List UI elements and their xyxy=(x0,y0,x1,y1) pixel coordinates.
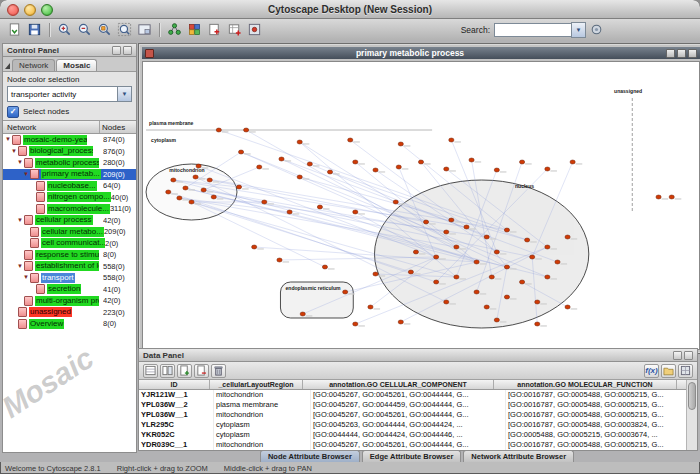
network-node[interactable] xyxy=(373,272,378,276)
tree-item[interactable]: cellular metabo...209(0) xyxy=(3,226,136,238)
network-node[interactable] xyxy=(565,305,570,309)
tab-network-attribute-browser[interactable]: Network Attribute Browser xyxy=(463,450,574,462)
expand-toggle-icon[interactable]: ▼ xyxy=(5,134,12,145)
search-dropdown-button[interactable]: ▼ xyxy=(571,22,586,38)
network-node[interactable] xyxy=(353,210,358,214)
tree-item[interactable]: Overview8(0) xyxy=(3,318,136,330)
tab-network[interactable]: Network xyxy=(12,59,55,71)
network-node[interactable] xyxy=(545,167,550,171)
network-node[interactable] xyxy=(287,210,292,214)
network-node[interactable] xyxy=(656,195,661,199)
network-node[interactable] xyxy=(474,290,479,294)
network-node[interactable] xyxy=(489,275,494,279)
table-row[interactable]: YDR039C__1mitochondrion[GO:0045267, GO:0… xyxy=(139,440,686,450)
network-node[interactable] xyxy=(530,255,535,259)
unselect-attributes-button[interactable] xyxy=(160,364,175,378)
network-node[interactable] xyxy=(413,250,418,254)
network-node[interactable] xyxy=(236,185,241,189)
search-input[interactable] xyxy=(494,23,571,37)
tree-item[interactable]: ▼establishment of lo...558(0) xyxy=(3,261,136,273)
network-node[interactable] xyxy=(183,186,188,190)
network-node[interactable] xyxy=(449,218,454,222)
table-row[interactable]: YKR052Ccytoplasm[GO:0044444, GO:0044424,… xyxy=(139,430,686,440)
trash-button[interactable] xyxy=(211,364,226,378)
table-row[interactable]: YPL036W__1mitochondrion[GO:0045267, GO:0… xyxy=(139,410,686,420)
network-node[interactable] xyxy=(396,165,401,169)
network-node[interactable] xyxy=(444,230,449,234)
network-node[interactable] xyxy=(353,322,358,326)
select-nodes-option[interactable]: ✓ Select nodes xyxy=(7,105,132,118)
minimize-frame-icon[interactable] xyxy=(666,49,675,58)
plugin-manager-button[interactable] xyxy=(245,21,264,39)
tree-item[interactable]: multi-organism pro...42(0) xyxy=(3,295,136,307)
tab-edge-attribute-browser[interactable]: Edge Attribute Browser xyxy=(362,450,461,462)
import-network-button[interactable] xyxy=(5,21,24,39)
maximize-frame-icon[interactable] xyxy=(677,49,686,58)
expand-toggle-icon[interactable]: ▼ xyxy=(17,157,24,168)
network-node[interactable] xyxy=(322,265,327,269)
tree-item[interactable]: ▼mosaic-demo-yeast874(0) xyxy=(3,134,136,146)
network-node[interactable] xyxy=(570,160,575,164)
float-panel-icon[interactable] xyxy=(112,46,121,55)
float-panel-icon[interactable] xyxy=(673,351,682,360)
expand-toggle-icon[interactable]: ▼ xyxy=(11,146,18,157)
tree-item[interactable]: ▼metabolic process280(0) xyxy=(3,157,136,169)
network-node[interactable] xyxy=(252,245,257,249)
equation-builder-button[interactable]: f(x) xyxy=(644,364,659,378)
network-node[interactable] xyxy=(393,200,398,204)
network-node[interactable] xyxy=(444,300,449,304)
network-node[interactable] xyxy=(494,318,499,322)
network-node[interactable] xyxy=(297,140,302,144)
tree-item[interactable]: ▼biological_process876(0) xyxy=(3,146,136,158)
tab-overflow-icon[interactable] xyxy=(5,63,10,69)
network-node[interactable] xyxy=(177,196,182,200)
column-header[interactable]: _cellularLayoutRegion xyxy=(210,380,303,389)
table-scrollbar[interactable] xyxy=(686,380,697,450)
network-node[interactable] xyxy=(201,188,206,192)
tree-item[interactable]: unassigned223(0) xyxy=(3,307,136,319)
network-node[interactable] xyxy=(504,295,509,299)
column-header-nodes[interactable]: Nodes xyxy=(100,123,136,132)
network-node[interactable] xyxy=(454,245,459,249)
expand-toggle-icon[interactable]: ▼ xyxy=(23,169,30,180)
network-node[interactable] xyxy=(434,255,439,259)
network-node[interactable] xyxy=(353,160,358,164)
network-overview-button[interactable] xyxy=(135,21,154,39)
column-header[interactable]: ID xyxy=(139,380,210,389)
network-node[interactable] xyxy=(494,250,499,254)
tree-item[interactable]: secretion41(0) xyxy=(3,284,136,296)
column-header[interactable]: annotation.GO CELLULAR_COMPONENT xyxy=(303,380,494,389)
zoom-fit-button[interactable] xyxy=(115,21,134,39)
network-node[interactable] xyxy=(343,290,348,294)
network-node[interactable] xyxy=(171,178,176,182)
table-row[interactable]: YLR295Ccytoplasm[GO:0045263, GO:0044444,… xyxy=(139,420,686,430)
table-row[interactable]: YPL036W__2plasma membrane[GO:0045267, GO… xyxy=(139,400,686,410)
network-node[interactable] xyxy=(317,205,322,209)
network-node[interactable] xyxy=(398,320,403,324)
tree-item[interactable]: ▼transport558(0) xyxy=(3,272,136,284)
network-node[interactable] xyxy=(484,305,489,309)
network-node[interactable] xyxy=(166,190,171,194)
network-node[interactable] xyxy=(504,265,509,269)
attribute-options-button[interactable] xyxy=(678,364,693,378)
network-view-titlebar[interactable]: primary metabolic process xyxy=(142,47,700,59)
network-node[interactable] xyxy=(535,322,540,326)
network-node[interactable] xyxy=(469,158,474,162)
network-node[interactable] xyxy=(300,312,305,316)
expand-toggle-icon[interactable]: ▼ xyxy=(17,215,24,226)
network-node[interactable] xyxy=(525,238,530,242)
network-node[interactable] xyxy=(348,138,353,142)
network-node[interactable] xyxy=(257,165,262,169)
select-attributes-button[interactable] xyxy=(143,364,158,378)
network-node[interactable] xyxy=(494,168,499,172)
tree-item[interactable]: cell communicat...2(0) xyxy=(3,238,136,250)
show-network-button[interactable] xyxy=(165,21,184,39)
column-header[interactable]: annotation.GO MOLECULAR_FUNCTION xyxy=(494,380,677,389)
delete-attribute-button[interactable] xyxy=(194,364,209,378)
network-node[interactable] xyxy=(297,175,302,179)
network-node[interactable] xyxy=(408,270,413,274)
import-attributes-toolbar-button[interactable] xyxy=(205,21,224,39)
zoom-window-button[interactable] xyxy=(41,4,53,16)
close-frame-icon[interactable] xyxy=(688,49,697,58)
network-node[interactable] xyxy=(519,160,524,164)
